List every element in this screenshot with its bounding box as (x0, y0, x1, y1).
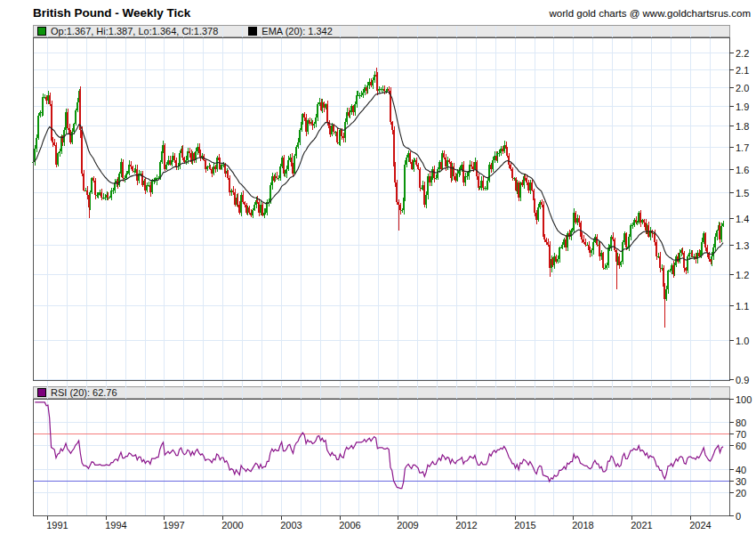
main-y-tick-label: 2.2 (736, 48, 749, 59)
rsi-y-tick-label: 0 (736, 511, 741, 522)
x-tick-label: 2009 (397, 520, 418, 531)
x-tick-label: 2003 (280, 520, 302, 531)
grid-layer (33, 26, 729, 516)
chart-canvas: British Pound - Weekly Tick world gold c… (0, 0, 756, 551)
main-y-tick-label: 1.2 (736, 270, 749, 280)
x-tick-label: 2012 (455, 520, 477, 531)
rsi-y-tick-label: 80 (736, 417, 746, 428)
axes-layer: 2.22.12.01.91.81.71.61.51.41.31.21.11.00… (34, 38, 752, 531)
rsi-y-tick-label: 100 (736, 394, 752, 405)
main-y-tick-label: 1.4 (736, 214, 749, 224)
x-tick-label: 1997 (163, 520, 184, 531)
rsi-y-tick-label: 30 (736, 476, 746, 487)
rsi-y-tick-label: 20 (736, 488, 746, 498)
x-tick-label: 2000 (221, 520, 243, 531)
main-y-tick-label: 2.1 (736, 65, 749, 76)
main-y-tick-label: 1.0 (736, 336, 749, 346)
rsi-y-tick-label: 70 (736, 429, 746, 440)
main-y-tick-label: 1.5 (736, 188, 749, 199)
x-tick-label: 2015 (514, 520, 535, 531)
main-y-tick-label: 1.3 (736, 240, 749, 251)
x-tick-label: 2018 (572, 520, 593, 531)
main-y-tick-label: 1.6 (736, 165, 749, 175)
main-y-tick-label: 0.9 (736, 375, 749, 385)
x-tick-label: 2006 (339, 520, 360, 531)
main-y-tick-label: 1.8 (736, 121, 749, 132)
x-tick-label: 1991 (46, 520, 68, 531)
rsi-y-tick-label: 60 (736, 441, 746, 451)
main-y-tick-label: 1.9 (736, 101, 749, 112)
main-y-tick-label: 1.1 (736, 301, 749, 312)
x-tick-label: 2024 (689, 520, 711, 531)
price-and-rsi-chart: 2.22.12.01.91.81.71.61.51.41.31.21.11.00… (0, 0, 756, 551)
x-tick-label: 2021 (631, 520, 652, 531)
x-tick-label: 1994 (105, 520, 126, 531)
rsi-y-tick-label: 40 (736, 465, 746, 475)
main-y-tick-label: 2.0 (736, 83, 749, 93)
main-y-tick-label: 1.7 (736, 142, 749, 153)
